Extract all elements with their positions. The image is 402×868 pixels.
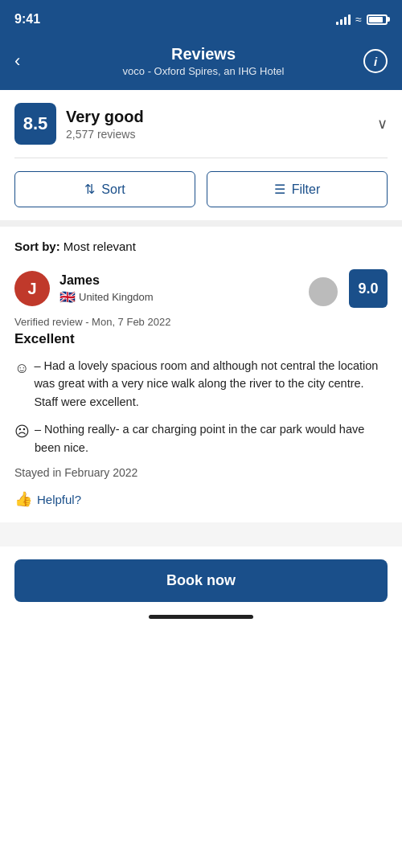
reviewer-info: J James 🇬🇧 United Kingdom <box>14 271 154 306</box>
reviewer-name: James <box>59 273 154 288</box>
rating-text: Very good 2,577 reviews <box>66 108 144 141</box>
helpful-button[interactable]: 👍 Helpful? <box>14 490 81 508</box>
rating-left: 8.5 Very good 2,577 reviews <box>14 103 144 145</box>
book-now-button[interactable]: Book now <box>14 559 388 602</box>
section-divider <box>0 220 402 227</box>
score-badge: 8.5 <box>14 103 56 145</box>
sort-by-row: Sort by: Most relevant <box>0 227 402 260</box>
reviewer-country: 🇬🇧 United Kingdom <box>59 289 154 305</box>
flag-icon: 🇬🇧 <box>59 289 76 305</box>
review-positive: ☺ – Had a lovely spacious room and altho… <box>14 357 388 411</box>
hotel-name: voco - Oxford Spires, an IHG Hotel <box>43 65 363 77</box>
positive-text: – Had a lovely spacious room and althoug… <box>34 357 388 411</box>
review-count: 2,577 reviews <box>66 128 144 141</box>
negative-text: – Nothing really- a car charging point i… <box>35 420 388 457</box>
sort-by-value: Most relevant <box>64 240 136 253</box>
status-bar: 9:41 ≈ <box>0 0 402 35</box>
frown-icon: ☹ <box>14 421 30 457</box>
wifi-icon: ≈ <box>355 13 362 26</box>
sort-by-label: Sort by: <box>14 240 60 253</box>
review-card: J James 🇬🇧 United Kingdom 9.0 Verified r… <box>0 260 402 522</box>
battery-icon <box>367 14 388 25</box>
review-score: 9.0 <box>349 269 388 308</box>
sort-button[interactable]: ⇅ Sort <box>14 171 195 207</box>
header-center: Reviews voco - Oxford Spires, an IHG Hot… <box>43 45 363 77</box>
reviewer-details: James 🇬🇧 United Kingdom <box>59 273 154 305</box>
signal-icon <box>336 14 351 25</box>
status-time: 9:41 <box>14 12 40 27</box>
country-name: United Kingdom <box>79 291 154 303</box>
bubble-decoration <box>309 277 338 306</box>
sort-label: Sort <box>101 182 125 197</box>
page-title: Reviews <box>43 45 363 63</box>
home-indicator <box>149 615 253 619</box>
info-button[interactable]: i <box>363 49 388 73</box>
filter-button[interactable]: ☰ Filter <box>207 171 388 207</box>
verified-date: Verified review - Mon, 7 Feb 2022 <box>14 316 388 328</box>
header: ‹ Reviews voco - Oxford Spires, an IHG H… <box>0 35 402 90</box>
chevron-down-icon[interactable]: ∨ <box>377 115 388 133</box>
smiley-icon: ☺ <box>14 358 29 411</box>
back-button[interactable]: ‹ <box>14 51 43 72</box>
action-buttons: ⇅ Sort ☰ Filter <box>0 158 402 220</box>
rating-section: 8.5 Very good 2,577 reviews ∨ <box>0 90 402 158</box>
sort-icon: ⇅ <box>84 182 95 197</box>
filter-icon: ☰ <box>274 182 285 197</box>
rating-label: Very good <box>66 108 144 126</box>
stayed-info: Stayed in February 2022 <box>14 466 388 479</box>
helpful-label: Helpful? <box>37 493 81 506</box>
filter-label: Filter <box>292 182 321 197</box>
bottom-space <box>0 522 402 547</box>
status-icons: ≈ <box>336 13 388 26</box>
avatar: J <box>14 271 50 306</box>
review-negative: ☹ – Nothing really- a car charging point… <box>14 420 388 457</box>
review-title: Excellent <box>14 331 388 347</box>
thumbs-up-icon: 👍 <box>14 490 32 508</box>
